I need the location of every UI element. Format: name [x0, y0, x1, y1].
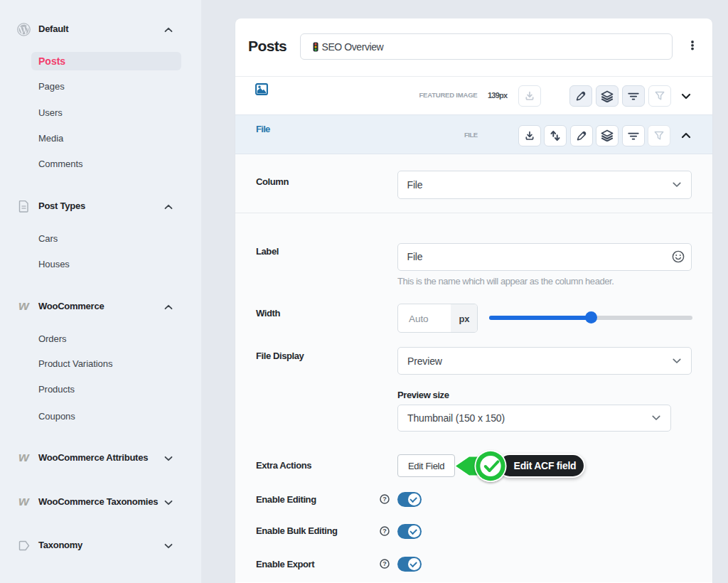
svg-text:?: ?: [382, 528, 387, 535]
svg-text:?: ?: [382, 496, 387, 503]
svg-text:?: ?: [382, 560, 387, 567]
